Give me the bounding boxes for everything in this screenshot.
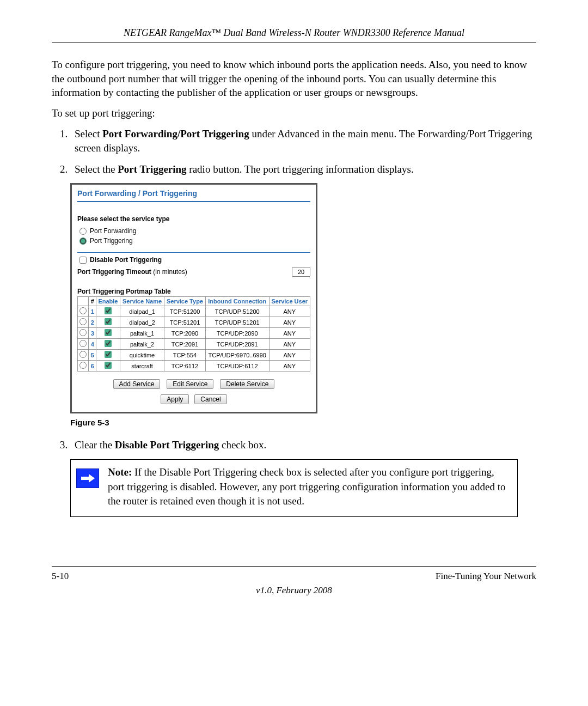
row-select-radio[interactable] (79, 307, 87, 314)
service-type-label: Please select the service type (77, 202, 310, 226)
table-row: 3 paltalk_1 TCP:2090 TCP/UDP:2090 ANY (78, 328, 310, 339)
table-row: 1 dialpad_1 TCP:51200 TCP/UDP:51200 ANY (78, 306, 310, 317)
section-title: Fine-Tuning Your Network (436, 571, 536, 582)
delete-service-button[interactable]: Delete Service (220, 379, 274, 389)
timeout-label: Port Triggering Timeout (in minutes) (77, 268, 187, 276)
disable-port-triggering-label: Disable Port Triggering (90, 256, 162, 264)
row-select-radio[interactable] (79, 351, 87, 358)
port-triggering-label: Port Triggering (90, 237, 133, 245)
row-enable-checkbox[interactable] (105, 362, 112, 369)
figure-5-3-screenshot: Port Forwarding / Port Triggering Please… (70, 183, 536, 413)
page-number: 5-10 (52, 571, 69, 582)
port-triggering-radio[interactable] (79, 238, 87, 245)
footer-rule (52, 566, 536, 567)
table-row: 6 starcraft TCP:6112 TCP/UDP:6112 ANY (78, 361, 310, 372)
section-divider (77, 252, 310, 253)
portmap-table: # Enable Service Name Service Type Inbou… (77, 296, 310, 372)
apply-button[interactable]: Apply (161, 394, 189, 404)
row-enable-checkbox[interactable] (105, 329, 112, 336)
add-service-button[interactable]: Add Service (113, 379, 161, 389)
disable-port-triggering-checkbox[interactable] (79, 257, 87, 264)
row-enable-checkbox[interactable] (105, 340, 112, 347)
running-head: NETGEAR RangeMax™ Dual Band Wireless-N R… (52, 27, 536, 39)
step-2: Select the Port Triggering radio button.… (70, 162, 536, 177)
row-enable-checkbox[interactable] (105, 318, 112, 325)
edit-service-button[interactable]: Edit Service (167, 379, 213, 389)
port-forwarding-radio[interactable] (79, 228, 87, 235)
row-select-radio[interactable] (79, 340, 87, 347)
panel-title: Port Forwarding / Port Triggering (77, 187, 310, 202)
row-enable-checkbox[interactable] (105, 307, 112, 314)
lead-in: To set up port triggering: (52, 106, 536, 120)
table-row: 4 paltalk_2 TCP:2091 TCP/UDP:2091 ANY (78, 339, 310, 350)
note-arrow-icon (76, 468, 99, 488)
header-rule (52, 42, 536, 42)
note-text: Note: If the Disable Port Triggering che… (108, 465, 510, 509)
step-1: Select Port Forwarding/Port Triggering u… (70, 127, 536, 156)
portmap-table-title: Port Triggering Portmap Table (77, 288, 310, 295)
step-3: Clear the Disable Port Triggering check … (70, 438, 536, 453)
intro-paragraph: To configure port triggering, you need t… (52, 58, 536, 100)
row-select-radio[interactable] (79, 362, 87, 369)
figure-caption: Figure 5-3 (70, 418, 536, 427)
row-enable-checkbox[interactable] (105, 351, 112, 358)
row-select-radio[interactable] (79, 318, 87, 325)
timeout-input[interactable] (292, 267, 310, 277)
table-row: 2 dialpad_2 TCP:51201 TCP/UDP:51201 ANY (78, 317, 310, 328)
version-line: v1.0, February 2008 (52, 585, 536, 596)
table-row: 5 quicktime TCP:554 TCP/UDP:6970..6990 A… (78, 350, 310, 361)
port-forwarding-label: Port Forwarding (90, 227, 136, 235)
row-select-radio[interactable] (79, 329, 87, 336)
note-box: Note: If the Disable Port Triggering che… (70, 459, 518, 517)
cancel-button[interactable]: Cancel (194, 394, 226, 404)
